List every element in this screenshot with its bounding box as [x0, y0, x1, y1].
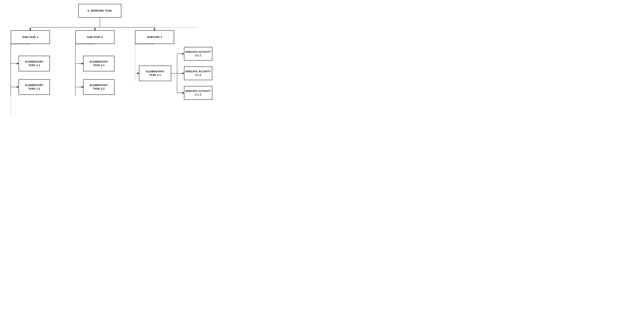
elem12-box: ELEMENTARYTASK 1.2 [18, 79, 50, 95]
specific313-box: SPECIFIC ACTIVITY3.1.3 [184, 86, 212, 100]
elem31-label: ELEMENTARYTASK 3.1 [146, 70, 164, 77]
specific313-label: SPECIFIC ACTIVITY3.1.3 [185, 89, 211, 96]
subtask3-label: SUBTASK 3 [147, 35, 162, 39]
specific311-box: SPECIFIC ACTIVITY3.1.1 [184, 47, 212, 61]
diagram: 0. WORKING TASK SUB-TASK 1 SUB-TASK 2 SU… [0, 0, 215, 117]
elem12-label: ELEMENTARYTASK 1.2 [25, 83, 43, 90]
elem22-label: ELEMENTARYTASK 2.2 [90, 83, 108, 90]
elem21-label: ELEMENTARYTASK 2.1 [90, 60, 108, 67]
working-task-label: 0. WORKING TASK [88, 9, 112, 12]
specific312-label: SPECIFIC ACTIVITY3.1.2 [185, 70, 211, 77]
elem11-label: ELEMENTARYTASK 1.1 [25, 60, 43, 67]
elem22-box: ELEMENTARYTASK 2.2 [83, 79, 114, 95]
subtask1-box: SUB-TASK 1 [11, 30, 50, 44]
elem11-box: ELEMENTARYTASK 1.1 [18, 56, 50, 71]
subtask2-label: SUB-TASK 2 [87, 35, 103, 39]
specific312-box: SPECIFIC ACTIVITY3.1.2 [184, 66, 212, 80]
subtask2-box: SUB-TASK 2 [75, 30, 114, 44]
elem31-box: ELEMENTARYTASK 3.1 [139, 65, 171, 81]
subtask3-box: SUBTASK 3 [135, 30, 174, 44]
subtask1-label: SUB-TASK 1 [22, 35, 38, 39]
elem21-box: ELEMENTARYTASK 2.1 [83, 56, 114, 71]
working-task-box: 0. WORKING TASK [78, 4, 121, 17]
specific311-label: SPECIFIC ACTIVITY3.1.1 [185, 50, 211, 57]
